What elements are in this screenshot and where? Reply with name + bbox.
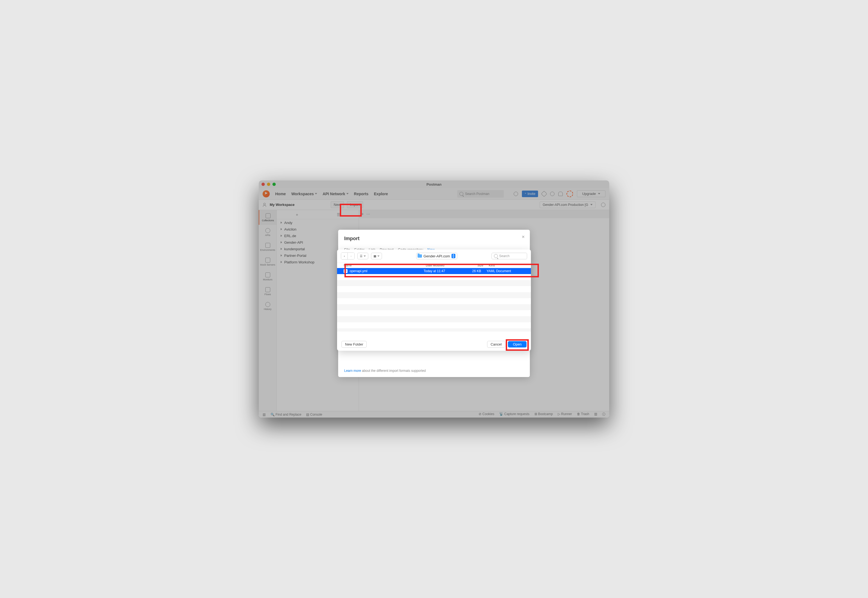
highlight-annotation [344,264,539,277]
location-selector[interactable]: Gender-API.com [416,253,457,259]
location-label: Gender-API.com [424,254,450,258]
highlight-annotation [340,204,362,217]
picker-search[interactable]: Search [492,253,527,259]
learn-more-link[interactable]: Learn more [344,369,361,373]
chevron-down-icon [377,256,379,257]
folder-icon [418,254,422,258]
learn-more-row: Learn more about the different import fo… [344,369,426,373]
picker-search-placeholder: Search [499,254,509,258]
search-icon [494,254,498,258]
new-folder-button[interactable]: New Folder [341,341,367,348]
forward-button[interactable]: › [348,253,354,259]
view-list-button[interactable]: ☰ [357,253,368,259]
file-list-empty-rows [337,274,531,332]
chevron-down-icon [364,256,366,257]
highlight-annotation [506,339,529,351]
back-button[interactable]: ‹ [341,253,348,259]
view-group-button[interactable]: ▦ [371,253,382,259]
picker-toolbar: ‹ › ☰ ▦ Gender-API.com Search [337,250,531,263]
app-window: Postman Home Workspaces API Network Repo… [259,181,609,417]
modal-title: Import [344,236,524,242]
picker-footer: New Folder Cancel Open [337,338,531,351]
cancel-button[interactable]: Cancel [487,341,505,348]
close-icon[interactable]: ✕ [521,235,525,239]
import-modal: Import ✕ File Folder Link Raw text Code … [338,230,530,377]
learn-more-text: about the different import formats suppo… [361,369,426,373]
updown-icon [451,254,456,258]
